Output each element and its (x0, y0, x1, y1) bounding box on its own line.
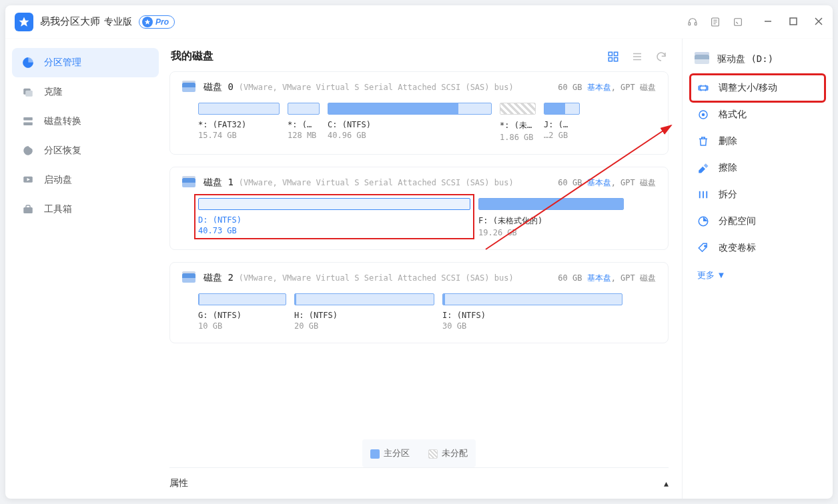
main-title: 我的磁盘 (171, 49, 214, 63)
clone-icon (21, 85, 35, 99)
disk-card[interactable]: 磁盘 0(VMware, VMware Virtual S Serial Att… (169, 71, 669, 155)
svg-rect-11 (25, 91, 33, 97)
op-allocate[interactable]: 分配空间 (691, 208, 825, 235)
op-delete[interactable]: 删除 (691, 128, 825, 155)
partition-fill (199, 294, 199, 305)
op-label: 分配空间 (719, 215, 756, 227)
star-icon (142, 17, 153, 27)
headset-icon[interactable] (687, 17, 698, 27)
disk-name: 磁盘 1 (203, 177, 234, 189)
collapse-icon[interactable]: ▴ (664, 478, 669, 489)
svg-marker-1 (145, 19, 150, 24)
partition[interactable]: D: (NTFS)40.73 GB (198, 198, 470, 235)
op-format[interactable]: 格式化 (691, 101, 825, 128)
close-button[interactable] (814, 17, 823, 27)
sidebar-item-label: 磁盘转换 (44, 115, 81, 127)
disk-card[interactable]: 磁盘 2(VMware, VMware Virtual S Serial Att… (169, 262, 669, 343)
partition-size: 40.96 GB (328, 131, 492, 140)
operation-list: 调整大小/移动格式化删除擦除拆分分配空间改变卷标 (691, 75, 825, 261)
legend: 主分区 未分配 (362, 439, 476, 467)
op-erase[interactable]: 擦除 (691, 155, 825, 181)
legend-unalloc: 未分配 (428, 447, 468, 459)
partition-fill (443, 294, 445, 305)
sidebar-item-toolbox[interactable]: 工具箱 (12, 195, 159, 224)
sidebar-item-label: 启动盘 (44, 174, 72, 186)
disk-type-link[interactable]: 基本盘 (587, 273, 611, 283)
partition[interactable]: G: (NTFS)10 GB (198, 293, 286, 331)
svg-point-32 (705, 245, 706, 247)
sidebar-item-clone[interactable]: 克隆 (12, 77, 159, 107)
pie-icon (21, 56, 35, 69)
partition-label: *: (FAT32) (198, 120, 280, 129)
partition-label: C: (NTFS) (328, 120, 492, 129)
drive-icon (695, 55, 709, 64)
sidebar-item-partition-recover[interactable]: 分区恢复 (12, 136, 159, 165)
refresh-icon[interactable] (655, 51, 667, 63)
app-window: 易我分区大师 专业版 Pro (5, 5, 833, 499)
toolbox-icon (21, 203, 35, 216)
disk-desc: (VMware, VMware Virtual S Serial Attache… (239, 178, 514, 187)
partition[interactable]: I: (NTFS)30 GB (442, 293, 622, 331)
right-panel: 驱动盘 (D:) 调整大小/移动格式化删除擦除拆分分配空间改变卷标 更多 ▼ (682, 39, 833, 499)
sidebar-item-boot-disk[interactable]: 启动盘 (12, 165, 159, 195)
label-icon (697, 242, 709, 254)
partition[interactable]: F: (未格式化的)19.26 GB (478, 198, 624, 237)
op-label[interactable]: 改变卷标 (691, 235, 825, 261)
partition-size: 19.26 GB (478, 228, 624, 237)
app-subtitle: 专业版 (104, 16, 132, 28)
task-icon[interactable] (733, 17, 743, 27)
partition-label: *: (未… (500, 120, 536, 131)
disk-meta: 60 GB 基本盘, GPT 磁盘 (558, 273, 656, 284)
pro-label: Pro (155, 17, 169, 27)
format-icon (697, 109, 709, 121)
disk-type-link[interactable]: 基本盘 (587, 178, 611, 187)
partition-bar (198, 198, 470, 210)
op-resize[interactable]: 调整大小/移动 (691, 75, 825, 101)
sidebar-item-partition-manage[interactable]: 分区管理 (12, 48, 159, 77)
svg-rect-13 (23, 123, 33, 126)
more-button[interactable]: 更多 ▼ (691, 265, 825, 285)
partition-row: D: (NTFS)40.73 GBF: (未格式化的)19.26 GB (182, 198, 656, 237)
disk-card[interactable]: 磁盘 1(VMware, VMware Virtual S Serial Att… (169, 167, 669, 250)
attributes-label: 属性 (169, 477, 188, 489)
partition-size: 30 GB (442, 321, 622, 331)
disk-desc: (VMware, VMware Virtual S Serial Attache… (239, 273, 514, 283)
disk-type-link[interactable]: 基本盘 (587, 83, 611, 92)
partition-label: G: (NTFS) (198, 311, 286, 320)
legend-primary: 主分区 (370, 447, 410, 459)
svg-rect-7 (790, 18, 797, 25)
op-split[interactable]: 拆分 (691, 181, 825, 208)
partition-label: I: (NTFS) (442, 311, 622, 320)
disk-list: 磁盘 0(VMware, VMware Virtual S Serial Att… (169, 71, 669, 355)
partition-bar (442, 293, 622, 305)
sidebar: 分区管理 克隆 磁盘转换 分区恢复 (5, 39, 165, 499)
split-icon (697, 189, 709, 201)
partition[interactable]: *: (…128 MB (288, 103, 320, 140)
minimize-button[interactable] (763, 17, 773, 27)
partition-bar (198, 103, 280, 115)
partition-fill (328, 103, 458, 114)
maximize-button[interactable] (789, 17, 798, 27)
disk-icon (182, 83, 195, 92)
note-icon[interactable] (710, 17, 721, 27)
partition-row: *: (FAT32)15.74 GB*: (…128 MBC: (NTFS)40… (182, 103, 656, 142)
partition[interactable]: J: (……2 GB (544, 103, 580, 140)
disk-name: 磁盘 0 (203, 81, 234, 93)
titlebar: 易我分区大师 专业版 Pro (5, 5, 833, 39)
partition-size: 15.74 GB (198, 131, 280, 140)
view-grid-icon[interactable] (607, 51, 619, 63)
titlebar-tools (687, 17, 743, 27)
attributes-panel[interactable]: 属性 ▴ (169, 467, 669, 499)
right-panel-title: 驱动盘 (D:) (717, 53, 773, 65)
partition[interactable]: *: (FAT32)15.74 GB (198, 103, 280, 140)
view-list-icon[interactable] (631, 51, 643, 63)
window-controls (763, 17, 823, 27)
partition-label: H: (NTFS) (294, 311, 434, 320)
partition[interactable]: H: (NTFS)20 GB (294, 293, 434, 331)
sidebar-item-disk-convert[interactable]: 磁盘转换 (12, 107, 159, 136)
recover-icon (21, 144, 35, 157)
partition[interactable]: C: (NTFS)40.96 GB (328, 103, 492, 140)
partition-size: …2 GB (544, 131, 580, 140)
partition[interactable]: *: (未…1.86 GB (500, 103, 536, 142)
svg-rect-18 (614, 52, 618, 55)
